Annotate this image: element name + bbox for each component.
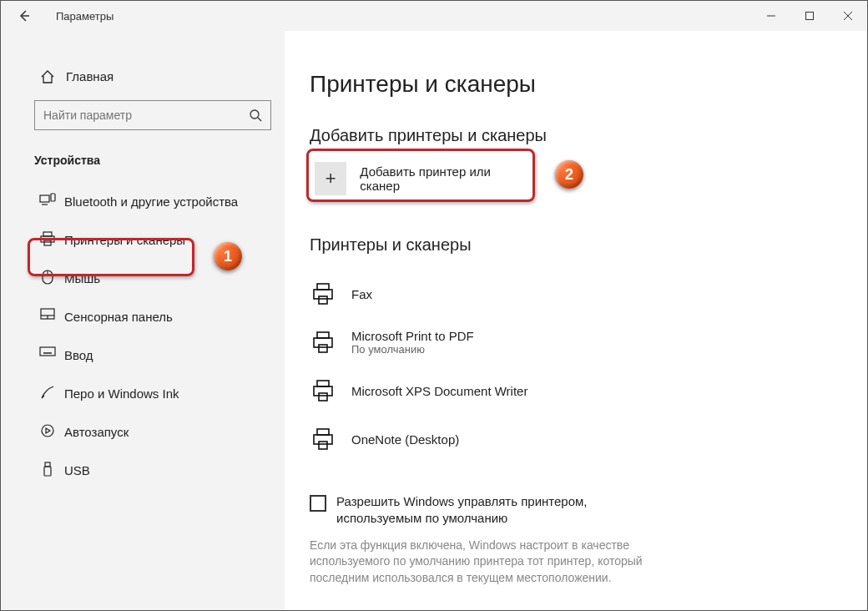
- sidebar-item-pen[interactable]: Перо и Windows Ink: [1, 374, 285, 412]
- printer-item-xps[interactable]: Microsoft XPS Document Writer: [310, 366, 842, 415]
- svg-rect-38: [319, 442, 327, 449]
- printer-item-fax[interactable]: Fax: [310, 270, 842, 318]
- svg-rect-33: [317, 381, 329, 386]
- sidebar-item-label: Bluetooth и другие устройства: [64, 194, 238, 209]
- svg-rect-29: [319, 296, 327, 304]
- sidebar-item-autoplay[interactable]: Автозапуск: [1, 412, 285, 451]
- svg-rect-31: [314, 338, 332, 347]
- printer-name: Microsoft Print to PDF: [351, 329, 474, 343]
- close-button[interactable]: [829, 1, 867, 31]
- svg-rect-27: [317, 284, 329, 290]
- svg-rect-6: [40, 195, 49, 202]
- page-title: Принтеры и сканеры: [310, 71, 842, 98]
- back-button[interactable]: [13, 4, 36, 28]
- sidebar-item-label: Принтеры и сканеры: [64, 233, 185, 247]
- usb-icon: [39, 462, 56, 477]
- svg-rect-32: [319, 345, 327, 352]
- annotation-callout-2: 2: [555, 160, 583, 189]
- search-box[interactable]: [34, 100, 271, 130]
- window-title: Параметры: [56, 10, 114, 23]
- checkbox-icon: [310, 495, 326, 512]
- search-input[interactable]: [43, 109, 249, 122]
- mouse-icon: [39, 270, 56, 285]
- default-printer-checkbox[interactable]: Разрешить Windows управлять принтером, и…: [310, 493, 669, 528]
- svg-rect-1: [806, 13, 814, 20]
- checkbox-label: Разрешить Windows управлять принтером, и…: [336, 493, 669, 528]
- search-icon: [249, 109, 262, 122]
- sidebar: Главная Устройства Bluetooth и другие ус…: [1, 31, 285, 610]
- home-icon: [39, 69, 56, 84]
- svg-rect-10: [41, 236, 54, 242]
- minimize-icon: [766, 11, 776, 21]
- svg-rect-30: [317, 332, 329, 338]
- svg-rect-9: [43, 232, 52, 236]
- svg-point-4: [250, 110, 259, 119]
- svg-line-5: [258, 118, 261, 121]
- printer-name: Microsoft XPS Document Writer: [351, 384, 527, 398]
- svg-rect-28: [314, 290, 332, 299]
- add-printer-button[interactable]: + Добавить принтер или сканер: [310, 155, 527, 202]
- list-section-heading: Принтеры и сканеры: [310, 235, 842, 255]
- svg-rect-17: [40, 347, 55, 356]
- touchpad-icon: [39, 308, 56, 320]
- printer-device-icon: [310, 427, 336, 451]
- keyboard-icon: [39, 346, 56, 356]
- sidebar-item-label: Ввод: [64, 348, 93, 362]
- maximize-button[interactable]: [790, 1, 829, 31]
- sidebar-item-usb[interactable]: USB: [1, 451, 285, 489]
- svg-rect-35: [319, 393, 327, 401]
- close-icon: [843, 11, 853, 21]
- home-nav[interactable]: Главная: [1, 61, 285, 92]
- maximize-icon: [805, 11, 815, 21]
- hint-text: Если эта функция включена, Windows настр…: [310, 538, 669, 587]
- printer-name: Fax: [351, 287, 372, 301]
- printer-device-icon: [310, 282, 336, 306]
- plus-icon: +: [315, 162, 346, 195]
- svg-point-24: [42, 425, 53, 437]
- add-printer-label: Добавить принтер или сканер: [360, 164, 527, 193]
- sidebar-item-label: Перо и Windows Ink: [64, 386, 179, 401]
- add-section-heading: Добавить принтеры и сканеры: [310, 126, 842, 145]
- sidebar-item-label: USB: [64, 463, 90, 477]
- printer-device-icon: [310, 379, 336, 402]
- sidebar-item-label: Мышь: [64, 271, 100, 285]
- titlebar: Параметры: [1, 1, 867, 31]
- printer-device-icon: [310, 331, 336, 354]
- svg-rect-34: [314, 386, 332, 396]
- annotation-callout-1: 1: [214, 242, 242, 270]
- svg-rect-26: [44, 467, 51, 476]
- sidebar-item-bluetooth[interactable]: Bluetooth и другие устройства: [1, 182, 285, 220]
- sidebar-item-touchpad[interactable]: Сенсорная панель: [1, 297, 285, 336]
- sidebar-item-label: Сенсорная панель: [64, 310, 173, 324]
- svg-rect-25: [45, 462, 50, 467]
- sidebar-item-typing[interactable]: Ввод: [1, 336, 285, 374]
- svg-rect-11: [44, 240, 51, 245]
- pen-icon: [39, 385, 56, 400]
- settings-window: Параметры Главная Устройства: [0, 0, 868, 611]
- printer-item-onenote[interactable]: OneNote (Desktop): [310, 415, 842, 463]
- arrow-left-icon: [18, 9, 31, 23]
- printer-sub: По умолчанию: [351, 343, 474, 356]
- home-label: Главная: [66, 69, 114, 83]
- minimize-button[interactable]: [752, 1, 790, 31]
- svg-rect-37: [314, 435, 332, 444]
- sidebar-item-mouse[interactable]: Мышь: [1, 259, 285, 297]
- sidebar-item-printers[interactable]: Принтеры и сканеры: [1, 220, 285, 259]
- devices-icon: [39, 193, 56, 208]
- autoplay-icon: [39, 423, 56, 438]
- printer-item-pdf[interactable]: Microsoft Print to PDF По умолчанию: [310, 318, 842, 366]
- main-pane: Принтеры и сканеры Добавить принтеры и с…: [285, 31, 867, 610]
- printer-icon: [39, 231, 56, 246]
- sidebar-category: Устройства: [1, 145, 285, 182]
- printer-name: OneNote (Desktop): [351, 432, 459, 447]
- svg-rect-36: [317, 429, 329, 435]
- svg-rect-7: [51, 194, 55, 201]
- sidebar-item-label: Автозапуск: [64, 425, 129, 439]
